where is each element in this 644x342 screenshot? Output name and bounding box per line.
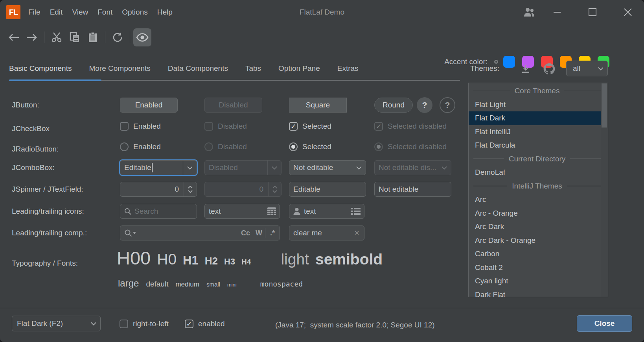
help-button-outlined[interactable]: ? bbox=[440, 97, 455, 113]
radio-enabled[interactable]: Enabled bbox=[120, 142, 161, 152]
spinner-arrows[interactable] bbox=[184, 182, 197, 196]
radio-selected-icon[interactable] bbox=[289, 142, 298, 151]
show-hidden-eye-icon[interactable] bbox=[133, 28, 151, 46]
chevron-down-icon[interactable] bbox=[594, 61, 607, 76]
checkbox-checked-icon[interactable]: ✓ bbox=[185, 320, 193, 328]
tab-basic-components[interactable]: Basic Components bbox=[9, 59, 80, 78]
accent-swatch-blue[interactable] bbox=[503, 56, 515, 68]
radio-selected[interactable]: Selected bbox=[289, 142, 331, 152]
copy-icon[interactable] bbox=[66, 28, 84, 46]
default-sample: default bbox=[146, 280, 168, 288]
back-icon[interactable] bbox=[5, 28, 23, 46]
textfield-trailing-table[interactable]: text bbox=[204, 204, 280, 219]
theme-item-arc[interactable]: Arc bbox=[469, 193, 608, 207]
minimize-button[interactable] bbox=[545, 0, 569, 24]
list-icon[interactable] bbox=[351, 208, 364, 215]
app-logo-icon[interactable]: FL bbox=[6, 5, 20, 19]
maximize-button[interactable] bbox=[580, 0, 605, 24]
themes-scrollbar[interactable] bbox=[601, 83, 607, 297]
search-field[interactable]: Search bbox=[120, 204, 197, 219]
combobox-editable[interactable]: Editable bbox=[120, 160, 197, 175]
typography-samples-sizes: large default medium small mini monospac… bbox=[118, 278, 303, 289]
enabled-button[interactable]: Enabled bbox=[120, 98, 178, 113]
menu-edit[interactable]: Edit bbox=[45, 0, 68, 24]
main-tabs: Basic Components More Components Data Co… bbox=[9, 59, 367, 78]
whole-word-button[interactable]: W bbox=[253, 229, 265, 237]
laf-combobox[interactable]: Flat Dark (F2) bbox=[12, 316, 101, 331]
search-with-dropdown-icon[interactable] bbox=[120, 229, 138, 237]
flatlaf-demo-window: FL FlatLaf Demo File Edit View Font Opti… bbox=[0, 0, 644, 342]
regex-button[interactable]: .* bbox=[265, 229, 280, 237]
scrollbar-thumb[interactable] bbox=[602, 83, 607, 128]
themes-filter-combobox[interactable]: all bbox=[566, 61, 608, 76]
radio-icon bbox=[204, 142, 213, 151]
theme-item-cobalt-2[interactable]: Cobalt 2 bbox=[469, 261, 608, 275]
theme-item-flat-darcula[interactable]: Flat Darcula bbox=[469, 139, 608, 152]
menubar: File Edit View Font Options Help bbox=[24, 0, 177, 24]
jradiobutton-row-label: JRadioButton: bbox=[12, 142, 59, 157]
menu-file[interactable]: File bbox=[24, 0, 45, 24]
jspinner-row-label: JSpinner / JTextField: bbox=[12, 182, 83, 197]
tab-extras[interactable]: Extras bbox=[329, 59, 367, 78]
tab-data-components[interactable]: Data Components bbox=[159, 59, 237, 78]
table-icon[interactable] bbox=[267, 207, 280, 216]
theme-item-arc-orange[interactable]: Arc - Orange bbox=[469, 207, 608, 220]
small-sample: small bbox=[206, 281, 220, 288]
clear-icon[interactable]: × bbox=[354, 228, 364, 238]
combobox-disabled: Disabled bbox=[204, 160, 282, 175]
combobox-not-editable[interactable]: Not editable bbox=[289, 160, 366, 175]
menu-help[interactable]: Help bbox=[153, 0, 177, 24]
theme-item-arc-dark-orange[interactable]: Arc Dark - Orange bbox=[469, 234, 608, 248]
theme-item-flat-dark-selected[interactable]: Flat Dark bbox=[469, 111, 601, 125]
match-case-button[interactable]: Cc bbox=[238, 229, 253, 237]
tab-option-pane[interactable]: Option Pane bbox=[270, 59, 329, 78]
theme-item-flat-light[interactable]: Flat Light bbox=[469, 98, 608, 112]
checkbox-checked-icon[interactable]: ✓ bbox=[289, 122, 298, 131]
users-icon[interactable] bbox=[517, 0, 542, 24]
radio-icon[interactable] bbox=[120, 142, 129, 151]
right-to-left-checkbox[interactable]: right-to-left bbox=[120, 319, 169, 329]
chevron-down-icon[interactable] bbox=[87, 316, 100, 331]
textfield-leading-user[interactable]: text bbox=[289, 204, 364, 219]
forward-icon[interactable] bbox=[23, 28, 41, 46]
textfield-editable[interactable]: Editable bbox=[289, 182, 366, 197]
selected-tab-indicator bbox=[9, 79, 101, 81]
checkbox-unchecked-icon[interactable] bbox=[120, 320, 128, 328]
search-field-with-options[interactable]: Cc W .* bbox=[120, 226, 280, 240]
theme-item-cyan-light[interactable]: Cyan light bbox=[469, 274, 608, 288]
tab-more-components[interactable]: More Components bbox=[80, 59, 159, 78]
search-icon bbox=[120, 208, 134, 215]
jcombobox-row-label: JComboBox: bbox=[12, 160, 55, 175]
theme-item-carbon[interactable]: Carbon bbox=[469, 247, 608, 261]
menu-view[interactable]: View bbox=[67, 0, 93, 24]
theme-item-dark-flat[interactable]: Dark Flat bbox=[469, 288, 608, 298]
menu-font[interactable]: Font bbox=[93, 0, 117, 24]
user-icon bbox=[289, 207, 304, 215]
checkbox-selected[interactable]: ✓ Selected bbox=[289, 121, 331, 131]
theme-group-intellij-themes: IntelliJ Themes bbox=[469, 179, 608, 193]
clearable-field[interactable]: clear me × bbox=[289, 226, 364, 240]
menu-options[interactable]: Options bbox=[117, 0, 152, 24]
refresh-icon[interactable] bbox=[109, 28, 127, 46]
tab-tabs[interactable]: Tabs bbox=[237, 59, 270, 78]
theme-item-flat-intellij[interactable]: Flat IntelliJ bbox=[469, 125, 608, 139]
checkbox-unchecked-icon[interactable] bbox=[120, 122, 129, 131]
round-button[interactable]: Round bbox=[374, 98, 413, 113]
spinner-enabled[interactable]: 0 bbox=[120, 182, 197, 197]
themes-list: Core Themes Flat Light Flat Dark Flat In… bbox=[468, 83, 608, 297]
h4-sample: H4 bbox=[241, 258, 251, 266]
close-icon[interactable] bbox=[616, 0, 640, 24]
chevron-down-icon[interactable] bbox=[183, 161, 197, 175]
theme-item-arc-dark[interactable]: Arc Dark bbox=[469, 220, 608, 234]
cut-icon[interactable] bbox=[48, 28, 66, 46]
download-icon[interactable] bbox=[519, 62, 532, 76]
close-button[interactable]: Close bbox=[577, 315, 632, 332]
square-button[interactable]: Square bbox=[289, 98, 347, 113]
chevron-down-icon[interactable] bbox=[352, 161, 366, 175]
enabled-checkbox[interactable]: ✓ enabled bbox=[185, 319, 225, 329]
paste-icon[interactable] bbox=[84, 28, 102, 46]
github-icon[interactable] bbox=[543, 62, 556, 76]
help-button-filled[interactable]: ? bbox=[417, 97, 432, 113]
theme-item-demolaf[interactable]: DemoLaf bbox=[469, 166, 608, 179]
checkbox-enabled[interactable]: Enabled bbox=[120, 121, 161, 131]
